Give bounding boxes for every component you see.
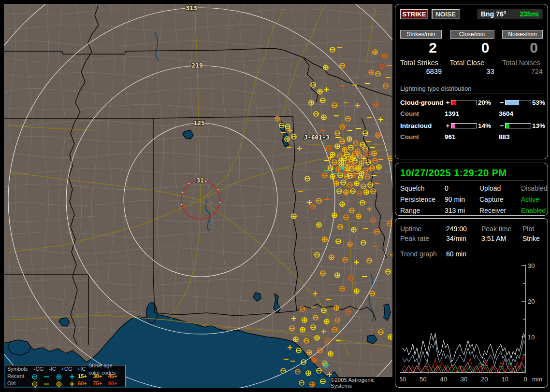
total-strikes-label: Total Strikes (400, 59, 442, 67)
total-close-label: Total Close (450, 59, 494, 67)
intracloud-row: Intracloud + 14% − 13% (400, 122, 543, 129)
minus-sign: − (499, 122, 505, 129)
minus-sign: − (499, 99, 505, 106)
persistence-value: 90 min (445, 196, 479, 203)
legend-pic-label: +IC (74, 365, 88, 373)
svg-text:40: 40 (440, 376, 447, 383)
bearing-value: Bng 76° (481, 10, 506, 18)
lightning-map[interactable]: 31321912531 J-601-3 Symbols -CG -IC +CG … (4, 4, 392, 388)
legend-recent-label: Recent (7, 373, 28, 380)
ic-plus-count: 961 (445, 133, 499, 140)
svg-text:50: 50 (420, 376, 426, 383)
count-label: Count (400, 133, 445, 140)
cg-minus-bar (505, 100, 531, 105)
legend-m-recent-icon (41, 373, 52, 380)
trend-graph-value: 60 min (446, 250, 481, 258)
svg-text:10: 10 (528, 334, 535, 341)
trend-panel: Uptime 249:00 Peak time Plot Peak rate 3… (395, 218, 548, 388)
cloud-ground-label: Cloud-ground (400, 99, 445, 106)
cg-plus-bar (451, 100, 477, 105)
legend-nic-label: -IC (46, 365, 59, 373)
svg-text:20: 20 (528, 298, 535, 305)
svg-text:30: 30 (461, 376, 467, 383)
peak-time-label: Peak time (481, 225, 522, 233)
stats-row: Uptime 249:00 Peak time Plot (400, 225, 543, 233)
legend-pcg-label: +CG (59, 365, 74, 373)
legend-p-recent-icon (66, 373, 78, 380)
svg-text:0: 0 (523, 376, 527, 383)
range-value: 313 mi (445, 207, 479, 214)
legend-cp-recent-icon (52, 373, 66, 380)
storm-track-label: J-601-3 (304, 134, 330, 141)
cloud-ground-row: Cloud-ground + 20% − 53% (400, 99, 543, 106)
upload-value: Disabled (521, 184, 547, 192)
ic-plus-bar (451, 123, 477, 128)
close-per-min-value: 0 (450, 40, 494, 58)
trend-graph-label: Trend graph (400, 250, 446, 258)
legend-cm-recent-icon (28, 373, 41, 380)
symbol-legend: Symbols -CG -IC +CG +IC Strike age color… (5, 365, 126, 387)
rate-counters: Strikes/min 2 Total Strikes 6839 Close/m… (400, 30, 543, 75)
total-noises-value: 724 (502, 68, 543, 75)
age-code-90+: 90+ (108, 380, 123, 387)
svg-text:min: min (532, 376, 542, 383)
cg-plus-count: 1391 (445, 110, 499, 117)
status-row: Squelch 0 Upload Disabled (400, 184, 543, 192)
plot-value: Strike (522, 235, 543, 242)
upload-label: Upload (479, 184, 521, 192)
ic-plus-pct: 14% (478, 122, 499, 129)
legend-recent-row: Recent 15+30+45+ (7, 373, 123, 380)
datetime-display: 10/27/2025 1:29:20 PM (400, 168, 543, 181)
peak-rate-value: 34/min (446, 235, 481, 242)
legend-old-label: Old (7, 380, 28, 387)
strikes-per-min-chip: Strikes/min (400, 30, 442, 39)
age-code-15+: 15+ (78, 373, 93, 380)
plus-sign: + (445, 122, 451, 129)
trend-graph: 1020306050403020100min (400, 263, 543, 389)
cg-minus-pct: 53% (532, 99, 545, 106)
app-window: { "header": { "strike_btn": "STRIKE", "n… (0, 0, 550, 392)
receiver-value: Enabled (521, 207, 546, 214)
trend-row: Trend graph 60 min (400, 250, 543, 258)
cg-minus-count: 3604 (499, 110, 543, 117)
legend-cp-old-icon (52, 380, 66, 387)
strikes-column: Strikes/min 2 Total Strikes 6839 (400, 30, 442, 75)
legend-symbols-label: Symbols (7, 365, 31, 373)
svg-text:313: 313 (186, 4, 197, 12)
intracloud-label: Intracloud (400, 122, 445, 129)
legend-header-row: Symbols -CG -IC +CG +IC Strike age color… (7, 365, 123, 373)
strikes-per-min-value: 2 (400, 40, 442, 58)
legend-p-old-icon (66, 380, 78, 387)
svg-text:30: 30 (528, 263, 535, 269)
strike-counter-panel: STRIKE NOISE Bng 76° 235mi Strikes/min 2… (395, 4, 548, 159)
squelch-label: Squelch (400, 184, 445, 192)
noise-mode-button[interactable]: NOISE (432, 9, 460, 19)
ic-minus-pct: 13% (532, 122, 545, 129)
status-panel: 10/27/2025 1:29:20 PM Squelch 0 Upload D… (395, 163, 548, 216)
svg-text:219: 219 (191, 62, 203, 69)
status-row: Persistence 90 min Capture Active (400, 196, 543, 203)
legend-old-row: Old 60+75+90+ (7, 380, 123, 387)
cg-plus-pct: 20% (478, 99, 499, 106)
noises-per-min-chip: Noises/min (502, 30, 543, 39)
strike-mode-button[interactable]: STRIKE (400, 9, 428, 19)
bearing-readout: Bng 76° 235mi (477, 9, 543, 19)
ic-minus-count: 883 (499, 133, 543, 140)
age-code-45+: 45+ (108, 373, 123, 380)
total-strikes-value: 6839 (400, 68, 442, 75)
close-column: Close/min 0 Total Close 33 (450, 30, 494, 75)
svg-text:10: 10 (501, 376, 508, 383)
noises-per-min-value: 0 (502, 40, 543, 58)
capture-label: Capture (479, 196, 521, 203)
age-code-75+: 75+ (93, 380, 108, 387)
peak-rate-label: Peak rate (400, 235, 446, 242)
distance-value: 235mi (520, 10, 539, 18)
legend-m-old-icon (41, 380, 52, 387)
uptime-value: 249:00 (446, 225, 481, 233)
svg-text:60: 60 (400, 376, 406, 383)
legend-ncg-label: -CG (31, 365, 46, 373)
status-row: Range 313 mi Receiver Enabled (400, 207, 543, 214)
mode-toolbar: STRIKE NOISE Bng 76° 235mi (400, 9, 543, 19)
persistence-label: Persistence (400, 196, 445, 203)
intracloud-count-row: Count 961 883 (400, 133, 543, 140)
